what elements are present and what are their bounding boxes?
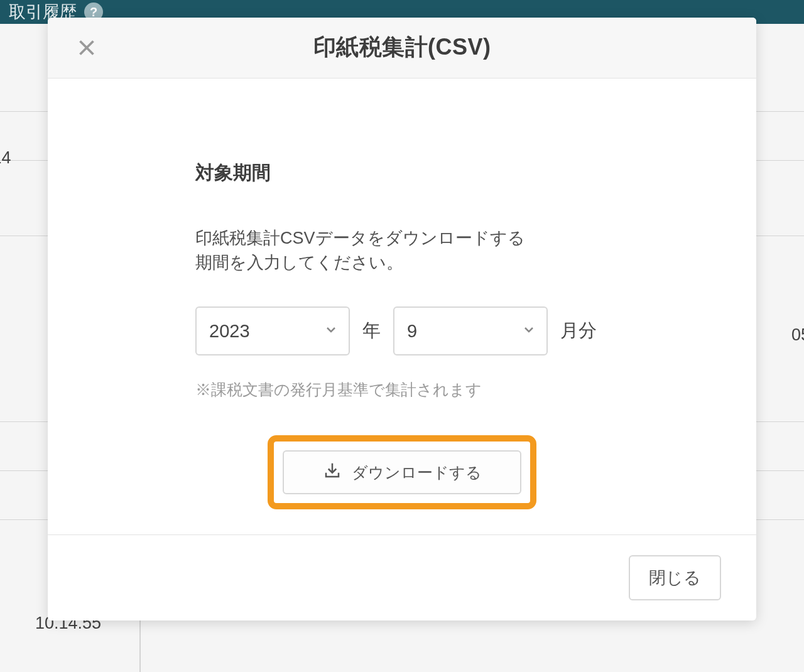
close-icon[interactable]: [72, 33, 102, 63]
csv-modal: 印紙税集計(CSV) 対象期間 印紙税集計CSVデータをダウンロードする 期間を…: [48, 18, 756, 621]
modal-footer: 閉じる: [48, 534, 756, 621]
download-button[interactable]: ダウンロードする: [283, 450, 521, 494]
modal-title: 印紙税集計(CSV): [313, 32, 491, 63]
modal-overlay: 印紙税集計(CSV) 対象期間 印紙税集計CSVデータをダウンロードする 期間を…: [0, 0, 804, 672]
period-selector-row: 2023 年 9: [195, 306, 609, 355]
period-heading: 対象期間: [195, 160, 609, 186]
year-select[interactable]: 2023: [195, 306, 350, 355]
month-select-wrap: 9: [393, 306, 548, 355]
aggregation-note: ※課税文書の発行月基準で集計されます: [195, 379, 609, 400]
modal-body: 対象期間 印紙税集計CSVデータをダウンロードする 期間を入力してください。 2…: [48, 79, 756, 534]
month-select[interactable]: 9: [393, 306, 548, 355]
month-unit-label: 月分: [560, 318, 597, 344]
download-highlight-box: ダウンロードする: [268, 435, 536, 509]
year-unit-label: 年: [362, 318, 381, 344]
description: 印紙税集計CSVデータをダウンロードする 期間を入力してください。: [195, 226, 609, 275]
year-select-wrap: 2023: [195, 306, 350, 355]
modal-header: 印紙税集計(CSV): [48, 18, 756, 79]
close-button[interactable]: 閉じる: [629, 555, 721, 600]
download-icon: [323, 461, 342, 484]
